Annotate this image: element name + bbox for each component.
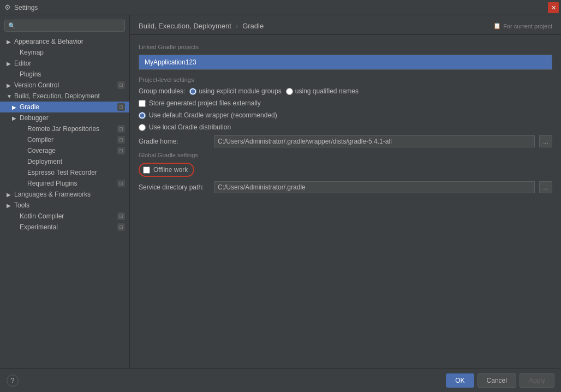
global-settings-label: Global Gradle settings	[139, 152, 552, 158]
sidebar-item-label: Espresso Test Recorder	[27, 169, 97, 176]
radio-explicit[interactable]	[189, 88, 196, 95]
sidebar-item-label: Kotlin Compiler	[20, 212, 64, 220]
sidebar-item-tools[interactable]: ▶Tools	[0, 200, 129, 211]
gradle-home-row: Gradle home: …	[139, 135, 552, 147]
gradle-home-label: Gradle home:	[139, 138, 210, 145]
sidebar-item-gradle[interactable]: ▶Gradle⊡	[0, 102, 129, 112]
sidebar-item-label: Tools	[14, 201, 29, 209]
sidebar-item-label: Version Control	[14, 81, 59, 89]
sidebar-item-label: Required Plugins	[27, 180, 77, 187]
radio-explicit-label[interactable]: using explicit module groups	[189, 87, 281, 95]
sidebar-item-label: Remote Jar Repositories	[27, 125, 99, 133]
sidebar-badge: ⊡	[117, 125, 125, 133]
sidebar-badge: ⊡	[117, 147, 125, 155]
sidebar-item-label: Gradle	[20, 103, 39, 111]
ok-button[interactable]: OK	[446, 373, 474, 388]
title-bar: ⚙ Settings ✕	[0, 0, 561, 15]
arrow-icon: ▶	[7, 39, 12, 45]
sidebar-badge: ⊡	[117, 223, 125, 231]
sidebar-badge: ⊡	[117, 81, 125, 89]
breadcrumb-part2: Gradle	[242, 22, 264, 30]
arrow-icon: ▶	[7, 61, 12, 67]
sidebar-item-label: Appearance & Behavior	[14, 38, 83, 45]
use-default-wrapper-row[interactable]: Use default Gradle wrapper (recommended)	[139, 111, 552, 119]
sidebar-item-label: Experimental	[20, 223, 58, 231]
sidebar-item-espresso[interactable]: Espresso Test Recorder	[0, 167, 129, 178]
use-local-gradle-label: Use local Gradle distribution	[149, 123, 231, 131]
bottom-bar: ? OK Cancel Apply	[0, 368, 561, 392]
apply-button[interactable]: Apply	[520, 373, 554, 388]
arrow-icon: ▶	[7, 82, 12, 88]
sidebar-item-remote-jar[interactable]: Remote Jar Repositories⊡	[0, 123, 129, 134]
content-body: Linked Gradle projects MyApplication123 …	[130, 35, 561, 204]
close-button[interactable]: ✕	[548, 2, 559, 13]
window-title: Settings	[14, 4, 38, 11]
group-modules-label: Group modules:	[139, 87, 185, 95]
radio-qualified-label[interactable]: using qualified names	[286, 87, 359, 95]
sidebar-item-deployment[interactable]: Deployment	[0, 156, 129, 167]
content-header: Build, Execution, Deployment › Gradle 📋 …	[130, 15, 561, 35]
search-icon: 🔍	[8, 22, 16, 29]
sidebar-badge: ⊡	[117, 212, 125, 220]
sidebar-item-editor[interactable]: ▶Editor	[0, 58, 129, 69]
offline-work-row: Offline work	[139, 163, 552, 177]
sidebar-item-appearance[interactable]: ▶Appearance & Behavior	[0, 36, 129, 47]
sidebar-item-build-exec[interactable]: ▼Build, Execution, Deployment	[0, 91, 129, 102]
store-files-label: Store generated project files externally	[149, 99, 261, 107]
radio-explicit-text: using explicit module groups	[199, 87, 281, 95]
offline-work-label: Offline work	[153, 166, 188, 174]
sidebar-item-label: Build, Execution, Deployment	[14, 92, 100, 100]
offline-work-checkbox[interactable]	[143, 167, 150, 174]
group-modules-row: Group modules: using explicit module gro…	[139, 87, 552, 95]
sidebar-item-debugger[interactable]: ▶Debugger	[0, 112, 129, 123]
search-box[interactable]: 🔍	[4, 20, 125, 32]
use-local-gradle-radio[interactable]	[139, 124, 146, 131]
arrow-icon: ▶	[12, 104, 17, 110]
use-default-wrapper-label: Use default Gradle wrapper (recommended)	[149, 111, 277, 119]
store-files-checkbox[interactable]	[139, 100, 146, 107]
gradle-home-input[interactable]	[214, 135, 535, 147]
sidebar-badge: ⊡	[117, 136, 125, 144]
sidebar-badge: ⊡	[117, 103, 125, 111]
service-dir-input[interactable]	[214, 181, 535, 193]
arrow-icon: ▶	[7, 192, 12, 198]
bottom-buttons: OK Cancel Apply	[446, 373, 554, 388]
service-dir-browse[interactable]: …	[539, 181, 552, 193]
sidebar-badge: ⊡	[117, 180, 125, 187]
sidebar-item-version-control[interactable]: ▶Version Control⊡	[0, 80, 129, 91]
sidebar-item-label: Plugins	[20, 70, 41, 78]
cancel-button[interactable]: Cancel	[478, 373, 516, 388]
content-area: Build, Execution, Deployment › Gradle 📋 …	[130, 15, 561, 368]
sidebar-item-label: Coverage	[27, 147, 56, 155]
sidebar-item-label: Keymap	[20, 49, 44, 56]
help-button[interactable]: ?	[7, 375, 19, 387]
gradle-home-browse[interactable]: …	[539, 135, 552, 147]
sidebar: 🔍 ▶Appearance & BehaviorKeymap▶EditorPlu…	[0, 15, 130, 368]
sidebar-item-keymap[interactable]: Keymap	[0, 47, 129, 58]
sidebar-item-languages[interactable]: ▶Languages & Frameworks	[0, 189, 129, 200]
breadcrumb-part1: Build, Execution, Deployment	[139, 22, 231, 30]
sidebar-item-kotlin[interactable]: Kotlin Compiler⊡	[0, 211, 129, 222]
sidebar-item-plugins[interactable]: Plugins	[0, 69, 129, 80]
radio-qualified[interactable]	[286, 88, 293, 95]
sidebar-item-label: Editor	[14, 60, 31, 67]
offline-work-highlight: Offline work	[139, 163, 194, 177]
search-input[interactable]	[18, 22, 121, 29]
for-project: 📋 For current project	[493, 22, 552, 29]
arrow-icon: ▼	[7, 93, 12, 99]
for-project-label: For current project	[503, 23, 552, 29]
sidebar-item-compiler[interactable]: Compiler⊡	[0, 134, 129, 145]
sidebar-item-required-plugins[interactable]: Required Plugins⊡	[0, 178, 129, 189]
window-icon: ⚙	[4, 3, 11, 11]
linked-project-item[interactable]: MyApplication123	[139, 55, 552, 69]
use-local-gradle-row[interactable]: Use local Gradle distribution	[139, 123, 552, 131]
use-default-wrapper-radio[interactable]	[139, 112, 146, 119]
sidebar-item-experimental[interactable]: Experimental⊡	[0, 222, 129, 233]
radio-qualified-text: using qualified names	[295, 87, 359, 95]
sidebar-item-label: Debugger	[20, 114, 49, 122]
service-dir-label: Service directory path:	[139, 183, 210, 191]
sidebar-item-label: Languages & Frameworks	[14, 191, 91, 198]
store-files-row[interactable]: Store generated project files externally	[139, 99, 552, 107]
sidebar-item-label: Compiler	[27, 136, 53, 144]
sidebar-item-coverage[interactable]: Coverage⊡	[0, 145, 129, 156]
